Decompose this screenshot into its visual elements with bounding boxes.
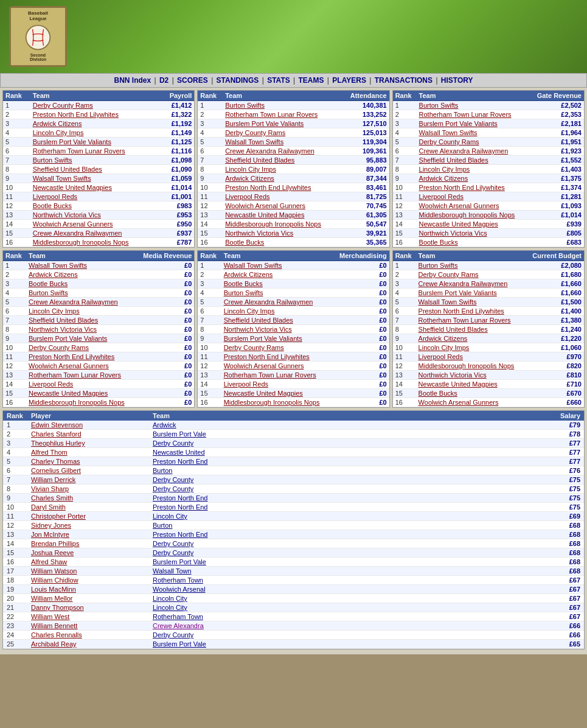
team-cell[interactable]: Rotherham Town Lunar Rovers	[417, 110, 529, 119]
team-cell[interactable]: Walsall Town Swifts	[26, 261, 136, 270]
player-cell[interactable]: Charles Stanford	[27, 430, 149, 439]
team-cell[interactable]: Rotherham Town Lunar Rovers	[30, 147, 159, 156]
team-cell[interactable]: Burton Swifts	[26, 289, 136, 298]
team-cell[interactable]: Burslem Port Vale	[149, 558, 332, 567]
team-cell[interactable]: Rotherham Town Lunar Rovers	[26, 371, 136, 380]
team-cell[interactable]: Rotherham Town Lunar Rovers	[221, 371, 332, 380]
nav-stats[interactable]: STATS	[267, 76, 290, 85]
team-cell[interactable]: Lincoln City Imps	[416, 343, 526, 352]
nav-transactions[interactable]: TRANSACTIONS	[375, 76, 432, 85]
team-cell[interactable]: Preston North End Lilywhites	[223, 183, 341, 192]
team-cell[interactable]: Preston North End Lilywhites	[417, 183, 529, 192]
team-cell[interactable]: Derby County	[149, 439, 332, 448]
team-cell[interactable]: Ardwick Citizens	[221, 270, 332, 279]
team-cell[interactable]: Lincoln City Imps	[26, 307, 136, 316]
team-cell[interactable]: Preston North End	[149, 457, 332, 466]
team-cell[interactable]: Crewe Alexandra Railwaymen	[416, 279, 526, 289]
team-cell[interactable]: Sheffield United Blades	[416, 325, 526, 334]
team-cell[interactable]: Crewe Alexandra Railwaymen	[30, 229, 159, 238]
team-cell[interactable]: Burslem Port Vale Valiants	[223, 119, 341, 128]
player-cell[interactable]: Christopher Porter	[27, 512, 149, 521]
team-cell[interactable]: Middlesborough Ironopolis Nops	[223, 220, 341, 229]
team-cell[interactable]: Northwich Victoria Vics	[417, 229, 529, 238]
team-cell[interactable]: Burton Swifts	[30, 156, 159, 165]
team-cell[interactable]: Sheffield United Blades	[417, 156, 529, 165]
team-cell[interactable]: Derby County	[149, 548, 332, 558]
team-cell[interactable]: Woolwich Arsenal Gunners	[223, 201, 341, 211]
team-cell[interactable]: Crewe Alexandra Railwaymen	[417, 147, 529, 156]
player-cell[interactable]: Archibald Reay	[27, 640, 149, 649]
team-cell[interactable]: Preston North End	[149, 494, 332, 503]
team-cell[interactable]: Northwich Victoria Vics	[221, 325, 332, 334]
player-cell[interactable]: Charley Thomas	[27, 457, 149, 466]
team-cell[interactable]: Woolwich Arsenal	[149, 585, 332, 594]
team-cell[interactable]: Lincoln City Imps	[221, 307, 332, 316]
player-cell[interactable]: William Derrick	[27, 475, 149, 485]
nav-bnn-index[interactable]: BNN Index	[114, 76, 151, 85]
team-cell[interactable]: Liverpool Reds	[221, 380, 332, 389]
team-cell[interactable]: Lincoln City	[149, 594, 332, 603]
team-cell[interactable]: Walsall Town Swifts	[223, 138, 341, 147]
team-cell[interactable]: Preston North End Lilywhites	[221, 352, 332, 362]
player-cell[interactable]: Joshua Reeve	[27, 548, 149, 558]
team-cell[interactable]: Woolwich Arsenal Gunners	[416, 398, 526, 407]
player-cell[interactable]: William Chidlow	[27, 576, 149, 585]
team-cell[interactable]: Bootle Bucks	[30, 201, 159, 211]
team-cell[interactable]: Burslem Port Vale Valiants	[30, 138, 159, 147]
player-cell[interactable]: Vivian Sharp	[27, 485, 149, 494]
team-cell[interactable]: Middlesborough Ironopolis Nops	[417, 211, 529, 220]
nav-d2[interactable]: D2	[159, 76, 168, 85]
team-cell[interactable]: Burslem Port Vale	[149, 640, 332, 649]
team-cell[interactable]: Crewe Alexandra	[149, 621, 332, 631]
player-cell[interactable]: Alfred Thom	[27, 448, 149, 457]
player-cell[interactable]: Charles Smith	[27, 494, 149, 503]
player-cell[interactable]: Alfred Shaw	[27, 558, 149, 567]
team-cell[interactable]: Burslem Port Vale Valiants	[221, 334, 332, 343]
team-cell[interactable]: Walsall Town Swifts	[221, 261, 332, 270]
team-cell[interactable]: Rotherham Town	[149, 612, 332, 621]
player-cell[interactable]: Louis MacMinn	[27, 585, 149, 594]
team-cell[interactable]: Lincoln City Imps	[417, 165, 529, 174]
team-cell[interactable]: Preston North End	[149, 530, 332, 539]
team-cell[interactable]: Burton Swifts	[221, 289, 332, 298]
team-cell[interactable]: Preston North End Lilywhites	[26, 352, 136, 362]
team-cell[interactable]: Lincoln City	[149, 603, 332, 612]
team-cell[interactable]: Burton	[149, 466, 332, 475]
team-cell[interactable]: Derby County Rams	[26, 343, 136, 352]
team-cell[interactable]: Sheffield United Blades	[221, 316, 332, 325]
team-cell[interactable]: Rotherham Town	[149, 576, 332, 585]
team-cell[interactable]: Sheffield United Blades	[26, 316, 136, 325]
player-cell[interactable]: Charles Rennalls	[27, 631, 149, 640]
player-cell[interactable]: Daryl Smith	[27, 503, 149, 512]
team-cell[interactable]: Bootle Bucks	[223, 238, 341, 247]
team-cell[interactable]: Crewe Alexandra Railwaymen	[223, 147, 341, 156]
team-cell[interactable]: Burslem Port Vale Valiants	[26, 334, 136, 343]
nav-scores[interactable]: SCORES	[177, 76, 208, 85]
player-cell[interactable]: Theophilus Hurley	[27, 439, 149, 448]
player-cell[interactable]: Edwin Stevenson	[27, 421, 149, 430]
team-cell[interactable]: Burton Swifts	[417, 101, 529, 110]
team-cell[interactable]: Liverpool Reds	[416, 352, 526, 362]
team-cell[interactable]: Woolwich Arsenal Gunners	[30, 220, 159, 229]
team-cell[interactable]: Ardwick Citizens	[223, 174, 341, 183]
team-cell[interactable]: Preston North End	[149, 503, 332, 512]
team-cell[interactable]: Derby County	[149, 475, 332, 485]
team-cell[interactable]: Bootle Bucks	[416, 389, 526, 398]
team-cell[interactable]: Crewe Alexandra Railwaymen	[26, 298, 136, 307]
team-cell[interactable]: Newcastle United Magpies	[417, 220, 529, 229]
team-cell[interactable]: Ardwick Citizens	[30, 119, 159, 128]
team-cell[interactable]: Derby County Rams	[417, 138, 529, 147]
team-cell[interactable]: Northwich Victoria Vics	[26, 325, 136, 334]
team-cell[interactable]: Newcastle United Magpies	[223, 211, 341, 220]
team-cell[interactable]: Newcastle United	[149, 448, 332, 457]
team-cell[interactable]: Burton Swifts	[416, 261, 526, 270]
team-cell[interactable]: Crewe Alexandra Railwaymen	[221, 298, 332, 307]
team-cell[interactable]: Woolwich Arsenal Gunners	[221, 362, 332, 371]
team-cell[interactable]: Liverpool Reds	[30, 192, 159, 201]
player-cell[interactable]: Sidney Jones	[27, 521, 149, 530]
player-cell[interactable]: William Bennett	[27, 621, 149, 631]
team-cell[interactable]: Burslem Port Vale Valiants	[417, 119, 529, 128]
team-cell[interactable]: Rotherham Town Lunar Rovers	[416, 316, 526, 325]
player-cell[interactable]: William Mellor	[27, 594, 149, 603]
team-cell[interactable]: Burslem Port Vale	[149, 430, 332, 439]
